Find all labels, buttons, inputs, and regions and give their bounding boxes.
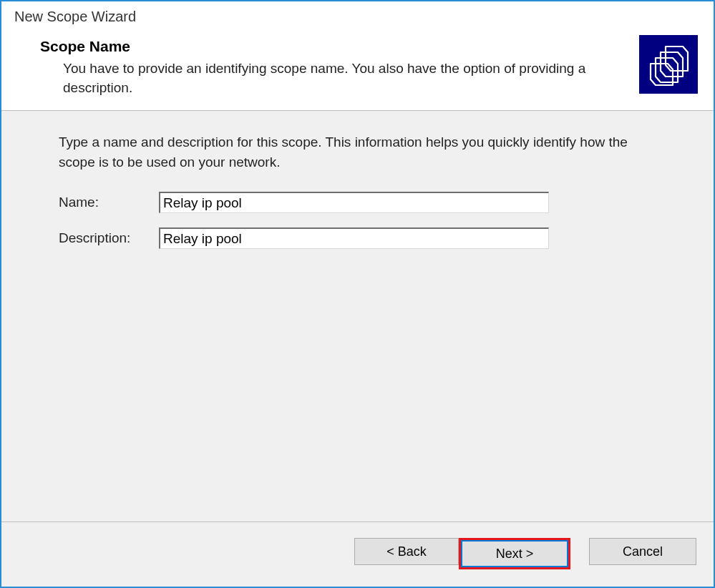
wizard-footer: < Back Next > Cancel bbox=[1, 521, 714, 587]
next-button[interactable]: Next > bbox=[461, 540, 568, 567]
wizard-window: New Scope Wizard Scope Name You have to … bbox=[0, 0, 715, 588]
description-row: Description: bbox=[59, 227, 656, 249]
page-title: Scope Name bbox=[40, 38, 625, 55]
cancel-button[interactable]: Cancel bbox=[589, 538, 696, 565]
wizard-header-text: Scope Name You have to provide an identi… bbox=[23, 35, 639, 97]
next-button-highlight: Next > bbox=[459, 538, 570, 569]
page-subtitle: You have to provide an identifying scope… bbox=[63, 59, 621, 97]
folders-icon bbox=[639, 35, 698, 94]
description-label: Description: bbox=[59, 230, 159, 246]
body-description: Type a name and description for this sco… bbox=[59, 132, 646, 172]
name-label: Name: bbox=[59, 195, 159, 210]
wizard-body: Type a name and description for this sco… bbox=[1, 111, 714, 521]
name-input[interactable] bbox=[159, 192, 549, 213]
name-row: Name: bbox=[59, 192, 656, 213]
window-title: New Scope Wizard bbox=[1, 1, 714, 35]
description-input[interactable] bbox=[159, 227, 549, 249]
back-button[interactable]: < Back bbox=[354, 538, 459, 565]
wizard-header: Scope Name You have to provide an identi… bbox=[1, 35, 714, 111]
